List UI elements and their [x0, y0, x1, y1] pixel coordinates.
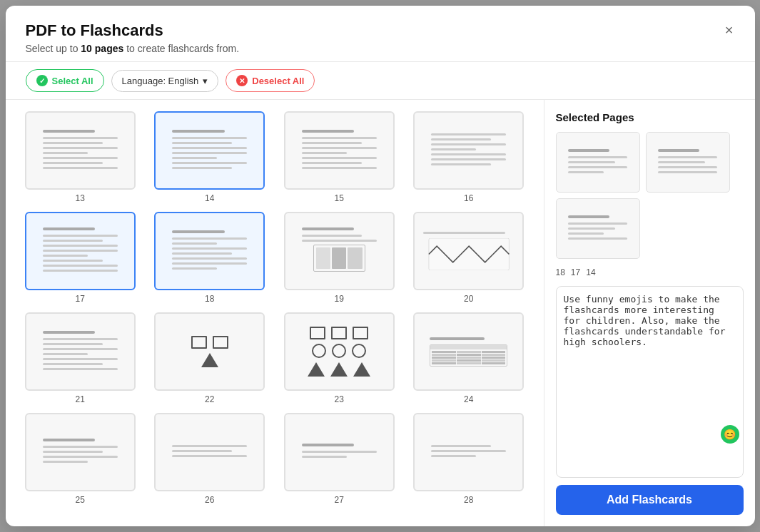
toolbar: ✓ Select All Language: English ✕ Deselec… [6, 62, 755, 100]
page-number: 14 [205, 193, 214, 203]
pdf-to-flashcards-modal: PDF to Flashcards Select up to 10 pages … [6, 6, 755, 526]
list-item[interactable]: 18 [149, 212, 270, 304]
page-number: 18 [205, 294, 214, 304]
list-item[interactable]: 23 [279, 312, 400, 404]
page-thumbnail [413, 111, 524, 190]
list-item[interactable]: 21 [20, 312, 141, 404]
page-thumbnail [154, 212, 265, 290]
svg-rect-0 [429, 238, 510, 270]
select-all-button[interactable]: ✓ Select All [26, 69, 104, 92]
page-number: 22 [205, 394, 214, 404]
selected-panel: Selected Pages [544, 100, 755, 526]
page-thumbnail [154, 111, 265, 190]
triangle-shape [353, 362, 370, 377]
selected-page-numbers: 18 17 14 [556, 267, 744, 277]
modal-body: 13 [6, 100, 755, 526]
triangle-shape [308, 362, 325, 377]
page-number: 19 [335, 294, 344, 304]
page-number: 23 [335, 394, 344, 404]
page-thumbnail [25, 413, 136, 491]
pages-grid: 13 [20, 111, 530, 505]
selected-thumbnails [556, 132, 744, 259]
page-number: 27 [335, 495, 344, 505]
add-flashcards-button[interactable]: Add Flashcards [556, 485, 744, 515]
page-number: 15 [335, 193, 344, 203]
list-item[interactable]: 16 [408, 111, 530, 203]
page-thumbnail [413, 312, 524, 391]
list-item[interactable]: 27 [279, 413, 400, 505]
modal-subtitle: Select up to 10 pages to create flashcar… [26, 43, 735, 54]
x-icon: ✕ [236, 75, 248, 86]
modal-header: PDF to Flashcards Select up to 10 pages … [6, 6, 755, 62]
selected-page-num: 18 [556, 267, 565, 277]
list-item[interactable]: 28 [408, 413, 530, 505]
page-thumbnail [154, 312, 265, 391]
list-item[interactable]: 26 [149, 413, 270, 505]
page-number: 24 [464, 394, 473, 404]
notes-textarea[interactable]: Use funny emojis to make the flashcards … [556, 286, 744, 478]
list-item[interactable]: 14 [149, 111, 270, 203]
page-number: 13 [76, 193, 85, 203]
triangle-shape [201, 353, 218, 367]
list-item[interactable]: 24 [408, 312, 530, 404]
language-dropdown[interactable]: Language: English [111, 70, 219, 92]
page-number: 28 [464, 495, 473, 505]
list-item[interactable]: 17 [20, 212, 141, 304]
list-item[interactable]: 20 [408, 212, 530, 304]
list-item[interactable]: 13 [20, 111, 141, 203]
page-number: 25 [76, 495, 85, 505]
close-button[interactable]: × [718, 19, 741, 41]
selected-page-thumb[interactable] [646, 132, 730, 193]
page-thumbnail [284, 212, 395, 290]
circle-shape [312, 344, 326, 358]
page-number: 16 [464, 193, 473, 203]
rect-shape [191, 336, 207, 349]
page-number: 26 [205, 495, 214, 505]
notes-container: Use funny emojis to make the flashcards … [556, 286, 744, 485]
page-thumbnail [25, 212, 136, 290]
page-thumbnail [25, 312, 136, 391]
selected-page-thumb[interactable] [556, 132, 640, 193]
list-item[interactable]: 15 [279, 111, 400, 203]
page-number: 21 [76, 394, 85, 404]
page-thumbnail [284, 312, 395, 391]
emoji-button[interactable]: 😊 [721, 425, 739, 444]
page-number: 20 [464, 294, 473, 304]
rect-shape [353, 327, 368, 339]
circle-shape [332, 344, 346, 358]
deselect-all-button[interactable]: ✕ Deselect All [226, 69, 315, 92]
page-thumbnail [413, 413, 524, 491]
chevron-down-icon [203, 76, 208, 86]
list-item[interactable]: 25 [20, 413, 141, 505]
check-icon: ✓ [36, 75, 48, 86]
selected-page-num: 17 [571, 267, 580, 277]
selected-page-thumb[interactable] [556, 198, 640, 259]
list-item[interactable]: 19 [279, 212, 400, 304]
rect-shape [213, 336, 228, 349]
modal-title: PDF to Flashcards [26, 21, 735, 40]
wave-chart [423, 238, 515, 270]
page-thumbnail [284, 111, 395, 190]
page-thumbnail [25, 111, 136, 190]
rect-shape [331, 327, 347, 339]
pages-panel: 13 [6, 100, 544, 526]
rect-shape [310, 327, 325, 339]
list-item[interactable]: 22 [149, 312, 270, 404]
page-thumbnail [413, 212, 524, 290]
page-thumbnail [154, 413, 265, 491]
circle-shape [352, 344, 366, 358]
page-thumbnail [284, 413, 395, 491]
selected-panel-title: Selected Pages [556, 111, 744, 123]
triangle-shape [330, 362, 348, 377]
selected-page-num: 14 [586, 267, 595, 277]
page-number: 17 [76, 294, 85, 304]
